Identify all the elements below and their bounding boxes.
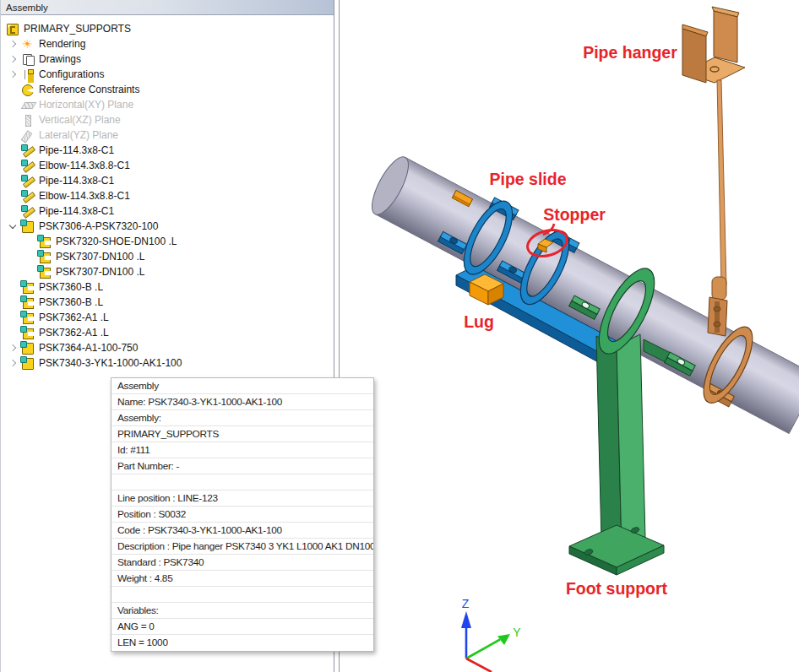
z-axis-label: Z: [462, 597, 470, 610]
chevron-icon: [6, 144, 21, 157]
tree-item[interactable]: PSK7360-B .L: [1, 295, 334, 310]
chevron-icon: [6, 189, 21, 203]
annotation-pipe-hanger: Pipe hanger: [583, 43, 677, 62]
subassembly-icon: [21, 219, 35, 233]
config-icon: [21, 68, 35, 81]
tree-item-label: Elbow-114.3x8.8-C1: [39, 188, 130, 203]
part-icon: [21, 280, 35, 294]
chevron-icon: [6, 83, 21, 96]
chevron-icon: [23, 250, 38, 263]
chevron-icon[interactable]: [6, 37, 21, 51]
tree-item-label: Horizontal(XY) Plane: [39, 97, 133, 112]
chevron-icon[interactable]: [6, 356, 21, 370]
annotation-pipe-slide: Pipe slide: [489, 170, 566, 188]
tree-item-label: PSK7360-B .L: [39, 295, 103, 310]
assembly-tree: PRIMARY_SUPPORTS Rendering Drawings Conf…: [1, 15, 334, 371]
tree-item-label: PSK7362-A1 .L: [39, 310, 109, 325]
chevron-icon: [23, 235, 38, 248]
tree-item[interactable]: PSK7307-DN100 .L: [1, 249, 334, 264]
tree-item[interactable]: PSK7360-B .L: [1, 279, 334, 295]
chevron-icon: [6, 326, 21, 339]
3d-viewport[interactable]: Pipe hanger Pipe slide Stopper Lug Foot …: [340, 0, 799, 672]
sun-icon: [21, 37, 35, 51]
plane-yz-icon: [21, 128, 35, 142]
3d-scene[interactable]: Pipe hanger Pipe slide Stopper Lug Foot …: [340, 0, 799, 672]
chevron-icon: [23, 265, 38, 279]
tree-item[interactable]: PSK7306-A-PSK7320-100: [1, 219, 334, 234]
tree-item-label: PSK7307-DN100 .L: [56, 264, 144, 279]
tree-item-label: Reference Constraints: [39, 82, 139, 97]
tooltip-row: [111, 587, 373, 603]
tree-item[interactable]: Drawings: [1, 51, 334, 67]
tree-item-label: Vertical(XZ) Plane: [39, 112, 121, 127]
tree-item[interactable]: PSK7307-DN100 .L: [1, 264, 334, 279]
axis-triad: Z Y: [461, 597, 521, 672]
tree-item[interactable]: Elbow-114.3x8.8-C1: [1, 188, 334, 203]
chevron-icon[interactable]: [6, 341, 21, 355]
chevron-icon: [6, 174, 21, 187]
tree-item[interactable]: Lateral(YZ) Plane: [1, 127, 334, 143]
tooltip-row: Standard : PSK7340: [111, 555, 373, 571]
tree-item[interactable]: PSK7340-3-YK1-1000-AK1-100: [1, 355, 334, 371]
tree-item[interactable]: Horizontal(XY) Plane: [1, 97, 334, 112]
tree-item[interactable]: Pipe-114.3x8-C1: [1, 173, 334, 188]
tree-item-label: Lateral(YZ) Plane: [39, 127, 118, 143]
tree-item-label: PSK7360-B .L: [39, 279, 103, 295]
part-icon: [38, 235, 52, 248]
tree-item-label: Pipe-114.3x8-C1: [39, 143, 114, 158]
tooltip-row: Assembly:: [111, 410, 373, 426]
tree-item[interactable]: Configurations: [1, 67, 334, 82]
chevron-icon: [6, 204, 21, 218]
tooltip-row: Part Number: -: [111, 458, 373, 474]
tree-item-label: PSK7362-A1 .L: [39, 325, 109, 340]
tree-item-label: PRIMARY_SUPPORTS: [24, 21, 131, 36]
assembly-icon: [6, 22, 20, 35]
tree-item[interactable]: PSK7320-SHOE-DN100 .L: [1, 234, 334, 249]
tree-item-label: PSK7364-A1-100-750: [39, 340, 138, 355]
tree-item[interactable]: Elbow-114.3x8.8-C1: [1, 158, 334, 173]
pipe-icon: [21, 159, 35, 172]
tree-item-label: PSK7320-SHOE-DN100 .L: [56, 234, 177, 249]
tree-item[interactable]: PSK7362-A1 .L: [1, 325, 334, 340]
tree-item-label: PSK7340-3-YK1-1000-AK1-100: [39, 355, 182, 371]
panel-title: Assembly: [1, 0, 334, 15]
tooltip-row: Variables:: [111, 603, 373, 619]
properties-tooltip: AssemblyName: PSK7340-3-YK1-1000-AK1-100…: [111, 377, 374, 652]
part-icon: [21, 326, 35, 339]
chevron-icon[interactable]: [6, 52, 21, 66]
tooltip-row: ANG = 0: [111, 619, 373, 635]
chevron-icon: [6, 98, 21, 111]
pipe[interactable]: [365, 152, 799, 433]
pipe-icon: [21, 174, 35, 187]
plane-xy-icon: [21, 98, 35, 111]
tree-item[interactable]: PSK7364-A1-100-750: [1, 340, 334, 355]
chevron-icon[interactable]: [6, 68, 21, 81]
tooltip-row: Line position : LINE-123: [111, 490, 373, 507]
tree-item[interactable]: PSK7362-A1 .L: [1, 310, 334, 325]
chevron-icon: [6, 113, 21, 127]
subassembly-icon: [21, 341, 35, 355]
tree-item[interactable]: Rendering: [1, 36, 334, 51]
subassembly-icon: [21, 356, 35, 370]
tooltip-row: Weight : 4.85: [111, 571, 373, 587]
chevron-icon: [6, 295, 21, 309]
tree-item[interactable]: Pipe-114.3x8-C1: [1, 143, 334, 158]
tree-item-label: Drawings: [39, 51, 81, 67]
tree-item-label: Configurations: [39, 67, 104, 82]
tree-item-label: PSK7307-DN100 .L: [56, 249, 144, 264]
tree-item-label: Elbow-114.3x8.8-C1: [39, 158, 130, 173]
tree-item[interactable]: PRIMARY_SUPPORTS: [1, 21, 334, 36]
pages-icon: [21, 52, 35, 66]
tree-item[interactable]: Pipe-114.3x8-C1: [1, 203, 334, 219]
part-icon: [21, 311, 35, 324]
annotation-foot-support: Foot support: [566, 579, 668, 598]
tree-item[interactable]: Vertical(XZ) Plane: [1, 112, 334, 127]
chevron-icon: [6, 280, 21, 294]
chevron-icon[interactable]: [6, 219, 21, 233]
tree-item[interactable]: Reference Constraints: [1, 82, 334, 97]
tooltip-row: Assembly: [111, 378, 373, 394]
pipe-icon: [21, 204, 35, 218]
constraint-icon: [21, 83, 35, 96]
z-axis-arrow: [461, 611, 471, 628]
tree-item-label: Rendering: [39, 36, 85, 51]
